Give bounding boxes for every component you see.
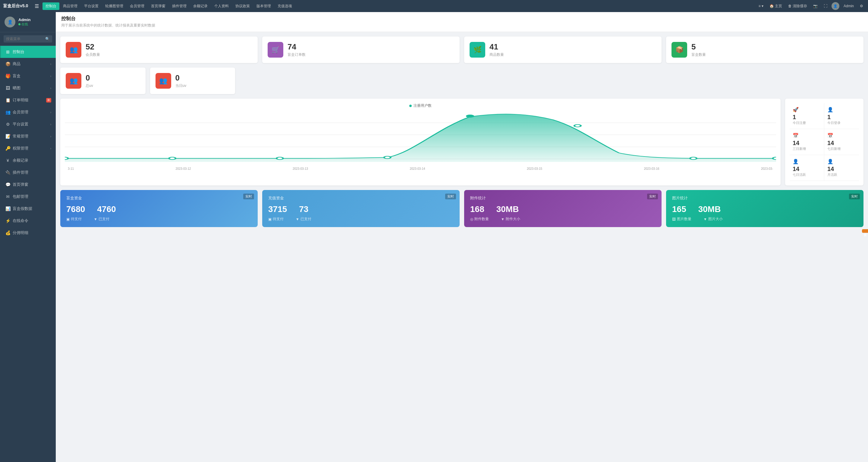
topnav-item-dashboard[interactable]: 控制台 [42,2,59,10]
sidebar-item-permissions[interactable]: 🔑 权限管理 › [0,142,56,154]
sidebar-item-blindbox[interactable]: 🎁 盲盒 › [0,70,56,82]
screenshot-button[interactable]: 📷 [811,3,819,9]
user-active-icon: 👤 [793,158,799,164]
topnav-item-goods[interactable]: 商品管理 [60,2,81,10]
topnav-item-members[interactable]: 会员管理 [127,2,147,10]
popup-icon: 💬 [5,182,10,187]
chart-x-labels: 3-11 2023-03-12 2023-03-13 2023-03-14 20… [65,167,776,170]
clear-cache-button[interactable]: 🗑 清除缓存 [786,3,809,10]
search-input[interactable] [4,35,52,42]
recharge-fund-card: 实时 充值资金 3715 73 ▣待支付 ▼已支付 [262,190,460,227]
today-uv-count: 0 [176,73,187,83]
svg-point-10 [690,157,697,160]
sidebar-item-label: 插件管理 [13,170,51,175]
svg-point-6 [277,157,283,160]
7day-new-label: 七日新增 [827,147,856,151]
topnav-item-carousel[interactable]: 轮播图管理 [102,2,126,10]
sidebar-search: 🔍 [0,32,56,46]
menu-toggle-icon[interactable]: ☰ [32,2,41,10]
members-stat-icon: 👥 [66,42,82,58]
blindbox-fund-nums: 7680 4760 [66,204,252,214]
dashboard-icon: ⊞ [5,50,10,54]
search-icon[interactable]: 🔍 [45,37,50,41]
blindboxes-stat-icon: 📦 [672,42,687,58]
sidebar-item-label: 权限管理 [13,146,48,151]
chart-x-label: 2023-03-14 [410,167,425,170]
sidebar-item-popup[interactable]: 💬 首页弹窗 [0,178,56,191]
blindbox-fund-card: 实时 盲盒资金 7680 4760 ▣待支付 ▼已支付 [60,190,258,227]
sidebar-item-mail[interactable]: ✉ 包邮管理 [0,191,56,203]
sidebar-item-label: 会员管理 [13,110,48,115]
blindbox-paid-num: 4760 [97,204,116,214]
goods-icon: 📦 [5,61,10,66]
admin-name[interactable]: Admin [842,3,856,9]
stat-3day-new: 📅 14 三日新增 [789,129,824,155]
attachment-size-num: 30MB [496,204,519,214]
chart-x-label: 2023-03-12 [176,167,191,170]
stats-row-2: 👥 0 总uv 👥 0 当日uv [60,67,235,94]
sidebar-item-carousel[interactable]: 🖼 晒图 › [0,82,56,94]
fullscreen-button[interactable]: ⛶ [822,3,829,9]
chart-legend-dot [409,105,412,107]
attachment-stats-card: 实时 附件统计 168 30MB ◎附件数量 ▼附件大小 [464,190,661,227]
orders-count: 74 [287,42,306,52]
page-header: 控制台 用于展示当前系统中的统计数据、统计报表及重要实时数据 [56,12,868,32]
sidebar-item-fakedata[interactable]: 📊 盲盒假数据 [0,203,56,215]
calendar-icon: 📅 [827,133,833,138]
svg-point-11 [773,157,776,160]
permissions-icon: 🔑 [5,146,10,151]
sidebar-item-label: 余额记录 [13,158,51,163]
mail-icon: ✉ [5,194,10,199]
sidebar-item-balance[interactable]: ¥ 余额记录 [0,154,56,167]
platform-icon: ⚙ [5,122,10,127]
7day-active-label: 七日活跃 [793,173,821,177]
chart-x-label: 2023-03- [761,167,773,170]
sidebar-item-goods[interactable]: 📦 商品 › [0,58,56,70]
grid-button[interactable]: ≡ ▾ [757,3,765,9]
topnav-item-version[interactable]: 版本管理 [253,2,274,10]
image-size-num: 30MB [698,204,721,214]
sidebar-item-plugins[interactable]: 🔌 插件管理 [0,167,56,178]
carousel-icon: 🖼 [5,86,10,90]
sidebar-item-label: 控制台 [13,49,51,55]
settings-button[interactable]: ⚙ [858,3,865,9]
sidebar-item-dashboard[interactable]: ⊞ 控制台 [0,46,56,58]
topnav-item-profile[interactable]: 个人资料 [211,2,232,10]
sidebar-username: Admin [19,18,30,22]
chart-x-label: 2023-03-16 [644,167,659,170]
page-title: 控制台 [61,16,863,22]
sidebar-item-normal[interactable]: 📝 常规管理 › [0,130,56,142]
sidebar-item-online[interactable]: ⚡ 在线命令 [0,215,56,227]
status-dot [19,23,21,25]
topnav-item-balance[interactable]: 余额记录 [190,2,211,10]
chart-x-label: 2023-03-13 [293,167,308,170]
stat-card-members: 👥 52 会员数量 [60,36,258,63]
topnav-item-platform[interactable]: 平台设置 [81,2,101,10]
top-nav-right: ≡ ▾ 🏠 主页 🗑 清除缓存 📷 ⛶ 👤 Admin ⚙ [757,2,865,10]
recharge-fund-title: 充值资金 [268,195,454,201]
total-uv-icon: 👥 [66,73,82,89]
main-layout: 👤 Admin 在线 🔍 ⊞ 控制台 📦 商品 [0,12,868,462]
image-stats-nums: 165 30MB [672,204,858,214]
image-stats-title: 图片统计 [672,195,858,201]
sidebar-item-platform[interactable]: ⚙ 平台设置 › [0,118,56,130]
sidebar-item-members[interactable]: 👥 会员管理 › [0,106,56,118]
sidebar-item-distribution[interactable]: 💰 分佣明细 [0,227,56,239]
sidebar-item-orders[interactable]: 📋 订单明细 新 [0,94,56,106]
stats-row-1: 👥 52 会员数量 🛒 74 盲盒订单数 🌿 41 商品数量 [60,36,864,63]
normal-icon: 📝 [5,134,10,139]
topnav-item-policy[interactable]: 协议政策 [232,2,253,10]
sidebar-item-label: 订单明细 [13,97,44,103]
feedback-button[interactable]: 反馈 [862,229,868,233]
topnav-item-recharge[interactable]: 充值选项 [275,2,295,10]
stat-month-active: 👤 14 月活跃 [824,155,859,181]
topnav-item-plugins[interactable]: 插件管理 [169,2,190,10]
today-register-count: 1 [793,114,821,121]
home-button[interactable]: 🏠 主页 [768,3,784,10]
plugins-icon: 🔌 [5,170,10,175]
stat-today-register: 🚀 1 今日注册 [789,103,824,129]
user-month-icon: 👤 [827,158,833,164]
svg-point-7 [384,156,391,158]
blindbox-pending-num: 7680 [66,204,85,214]
topnav-item-popup[interactable]: 首页弹窗 [148,2,168,10]
